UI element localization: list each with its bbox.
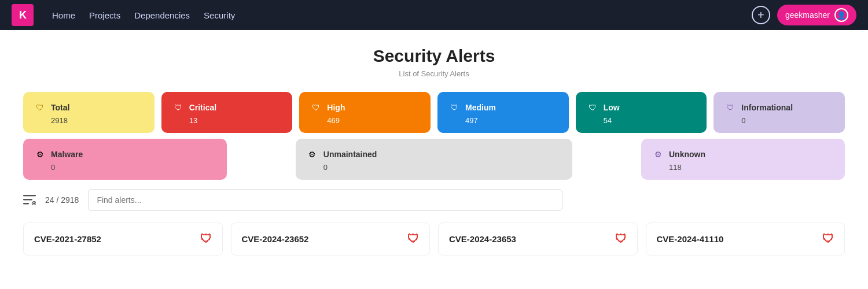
stat-value-malware: 0	[34, 163, 216, 172]
stat-card-low[interactable]: 🛡 Low 54	[576, 92, 707, 133]
shield-icon-total: 🛡	[34, 101, 46, 114]
nav-dependencies[interactable]: Dependencies	[134, 8, 190, 23]
filter-button[interactable]	[23, 195, 36, 205]
cve-id-3: CVE-2024-41110	[657, 234, 724, 244]
search-input[interactable]	[88, 189, 562, 211]
page-subtitle: List of Security Alerts	[23, 69, 845, 78]
navbar: K Home Projects Dependencies Security + …	[0, 0, 868, 30]
stat-card-critical[interactable]: 🛡 Critical 13	[161, 92, 293, 133]
nav-projects[interactable]: Projects	[89, 8, 120, 23]
shield-icon-critical: 🛡	[172, 101, 185, 114]
stat-label-medium: Medium	[465, 103, 496, 112]
user-menu-button[interactable]: geekmasher 👤	[777, 5, 856, 25]
svg-rect-0	[23, 195, 36, 197]
stat-label-high: High	[327, 103, 345, 112]
main-content: Security Alerts List of Security Alerts …	[0, 30, 868, 289]
user-avatar: 👤	[834, 8, 848, 22]
logo[interactable]: K	[12, 4, 34, 26]
stat-value-high: 469	[310, 116, 420, 125]
cve-card-0[interactable]: CVE-2021-27852 🛡	[23, 223, 223, 255]
stat-label-unmaintained: Unmaintained	[323, 150, 377, 159]
stat-card-high[interactable]: 🛡 High 469	[299, 92, 431, 133]
shield-icon-informational: 🛡	[724, 101, 737, 114]
logo-text: K	[19, 9, 26, 21]
cve-shield-icon-3: 🛡	[822, 232, 834, 246]
username-label: geekmasher	[785, 10, 830, 20]
stat-label-total: Total	[51, 103, 69, 112]
cve-id-0: CVE-2021-27852	[34, 234, 101, 244]
stat-value-medium: 497	[448, 116, 558, 125]
stat-card-total[interactable]: 🛡 Total 2918	[23, 92, 155, 133]
gear-icon-unknown: ⚙	[652, 148, 664, 161]
stat-value-unknown: 118	[652, 163, 834, 172]
filter-icon	[23, 195, 36, 205]
cve-list: CVE-2021-27852 🛡 CVE-2024-23652 🛡 CVE-20…	[23, 223, 845, 255]
stat-card-malware[interactable]: ⚙ Malware 0	[23, 139, 227, 180]
stat-label-informational: Informational	[741, 103, 793, 112]
gear-icon-unmaintained: ⚙	[306, 148, 319, 161]
shield-icon-high: 🛡	[310, 101, 322, 114]
stat-value-critical: 13	[172, 116, 282, 125]
stat-card-medium[interactable]: 🛡 Medium 497	[437, 92, 569, 133]
stat-value-total: 2918	[34, 116, 144, 125]
cve-id-2: CVE-2024-23653	[449, 234, 516, 244]
nav-links: Home Projects Dependencies Security	[52, 8, 733, 23]
stat-label-critical: Critical	[189, 103, 216, 112]
stat-value-unmaintained: 0	[306, 163, 562, 172]
stat-value-informational: 0	[724, 116, 834, 125]
stat-card-informational[interactable]: 🛡 Informational 0	[713, 92, 845, 133]
stat-label-malware: Malware	[51, 150, 83, 159]
stat-value-low: 54	[586, 116, 697, 125]
nav-home[interactable]: Home	[52, 8, 75, 23]
add-button[interactable]: +	[752, 6, 770, 24]
stat-label-low: Low	[604, 103, 620, 112]
cve-card-3[interactable]: CVE-2024-41110 🛡	[646, 223, 845, 255]
stat-label-unknown: Unknown	[669, 150, 705, 159]
nav-security[interactable]: Security	[204, 8, 235, 23]
shield-icon-medium: 🛡	[448, 101, 461, 114]
stats-row-2: ⚙ Malware 0 ⚙ Unmaintained 0 ⚙ Unknown 1…	[23, 139, 845, 180]
stat-card-unmaintained[interactable]: ⚙ Unmaintained 0	[296, 139, 572, 180]
cve-shield-icon-1: 🛡	[407, 232, 419, 246]
gear-icon-malware: ⚙	[34, 148, 46, 161]
stat-card-unknown[interactable]: ⚙ Unknown 118	[641, 139, 845, 180]
stats-row-1: 🛡 Total 2918 🛡 Critical 13 🛡 High 469 🛡	[23, 92, 845, 133]
search-area: 24 / 2918	[23, 189, 845, 211]
cve-card-2[interactable]: CVE-2024-23653 🛡	[438, 223, 638, 255]
cve-shield-icon-2: 🛡	[615, 232, 627, 246]
cve-shield-icon-0: 🛡	[200, 232, 212, 246]
results-count: 24 / 2918	[45, 195, 79, 205]
shield-icon-low: 🛡	[586, 101, 599, 114]
cve-id-1: CVE-2024-23652	[242, 234, 309, 244]
svg-rect-1	[23, 199, 32, 201]
navbar-right: + geekmasher 👤	[752, 5, 856, 25]
svg-rect-2	[23, 203, 29, 205]
page-title: Security Alerts	[23, 46, 845, 66]
cve-card-1[interactable]: CVE-2024-23652 🛡	[231, 223, 431, 255]
